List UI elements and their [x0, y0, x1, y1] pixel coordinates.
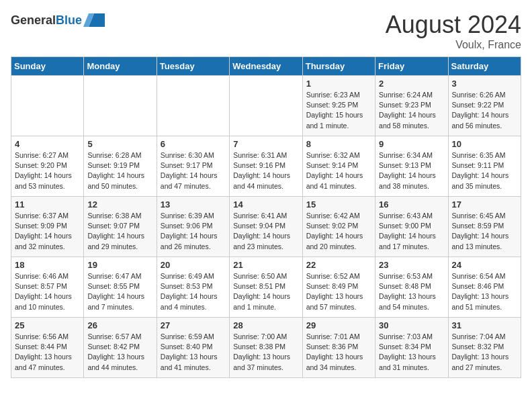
header-thursday: Thursday: [302, 57, 375, 76]
day-info: Sunrise: 6:38 AM Sunset: 9:07 PM Dayligh…: [87, 211, 152, 252]
calendar-cell: 17Sunrise: 6:45 AM Sunset: 8:59 PM Dayli…: [448, 197, 521, 257]
calendar-cell: 21Sunrise: 6:50 AM Sunset: 8:51 PM Dayli…: [230, 257, 302, 318]
calendar-cell: 31Sunrise: 7:04 AM Sunset: 8:32 PM Dayli…: [448, 318, 521, 378]
day-number: 9: [379, 139, 444, 149]
calendar-cell: 2Sunrise: 6:24 AM Sunset: 9:23 PM Daylig…: [375, 76, 448, 136]
day-info: Sunrise: 6:26 AM Sunset: 9:22 PM Dayligh…: [452, 90, 517, 131]
day-number: 18: [15, 260, 80, 270]
calendar-cell: 6Sunrise: 6:30 AM Sunset: 9:17 PM Daylig…: [157, 136, 229, 197]
day-number: 3: [452, 79, 517, 89]
logo-blue: Blue: [56, 13, 82, 27]
day-info: Sunrise: 6:41 AM Sunset: 9:04 PM Dayligh…: [233, 211, 298, 252]
calendar-cell: 30Sunrise: 7:03 AM Sunset: 8:34 PM Dayli…: [375, 318, 448, 378]
calendar-cell: 14Sunrise: 6:41 AM Sunset: 9:04 PM Dayli…: [230, 197, 302, 257]
calendar-week-0: 1Sunrise: 6:23 AM Sunset: 9:25 PM Daylig…: [11, 76, 521, 136]
header-wednesday: Wednesday: [230, 57, 302, 76]
day-info: Sunrise: 6:42 AM Sunset: 9:02 PM Dayligh…: [306, 211, 371, 252]
day-number: 23: [379, 260, 444, 270]
day-info: Sunrise: 6:27 AM Sunset: 9:20 PM Dayligh…: [15, 150, 80, 191]
day-info: Sunrise: 6:54 AM Sunset: 8:46 PM Dayligh…: [452, 271, 517, 312]
calendar-cell: 12Sunrise: 6:38 AM Sunset: 9:07 PM Dayli…: [84, 197, 157, 257]
calendar-cell: 19Sunrise: 6:47 AM Sunset: 8:55 PM Dayli…: [84, 257, 157, 318]
day-info: Sunrise: 6:53 AM Sunset: 8:48 PM Dayligh…: [379, 271, 444, 312]
calendar-week-4: 25Sunrise: 6:56 AM Sunset: 8:44 PM Dayli…: [11, 318, 521, 378]
calendar-cell: 18Sunrise: 6:46 AM Sunset: 8:57 PM Dayli…: [11, 257, 84, 318]
calendar-cell: 5Sunrise: 6:28 AM Sunset: 9:19 PM Daylig…: [84, 136, 157, 197]
location: Voulx, France: [386, 39, 521, 51]
day-info: Sunrise: 6:30 AM Sunset: 9:17 PM Dayligh…: [161, 150, 226, 191]
calendar-cell: [84, 76, 157, 136]
day-number: 19: [87, 260, 152, 270]
day-number: 30: [379, 320, 444, 330]
day-info: Sunrise: 6:34 AM Sunset: 9:13 PM Dayligh…: [379, 150, 444, 191]
calendar-cell: 27Sunrise: 6:59 AM Sunset: 8:40 PM Dayli…: [157, 318, 229, 378]
day-info: Sunrise: 6:28 AM Sunset: 9:19 PM Dayligh…: [87, 150, 152, 191]
calendar-cell: 8Sunrise: 6:32 AM Sunset: 9:14 PM Daylig…: [302, 136, 375, 197]
day-number: 12: [87, 199, 152, 210]
day-number: 21: [233, 260, 298, 270]
day-info: Sunrise: 6:37 AM Sunset: 9:09 PM Dayligh…: [15, 211, 80, 252]
calendar-cell: 9Sunrise: 6:34 AM Sunset: 9:13 PM Daylig…: [375, 136, 448, 197]
calendar-cell: 22Sunrise: 6:52 AM Sunset: 8:49 PM Dayli…: [302, 257, 375, 318]
logo-general: General: [11, 13, 56, 27]
calendar-table: SundayMondayTuesdayWednesdayThursdayFrid…: [11, 56, 521, 378]
day-info: Sunrise: 7:03 AM Sunset: 8:34 PM Dayligh…: [379, 332, 444, 373]
calendar-week-1: 4Sunrise: 6:27 AM Sunset: 9:20 PM Daylig…: [11, 136, 521, 197]
day-number: 14: [233, 199, 298, 210]
logo: GeneralBlue: [11, 11, 105, 30]
day-number: 29: [306, 320, 371, 330]
calendar-cell: 7Sunrise: 6:31 AM Sunset: 9:16 PM Daylig…: [230, 136, 302, 197]
calendar-week-2: 11Sunrise: 6:37 AM Sunset: 9:09 PM Dayli…: [11, 197, 521, 257]
day-number: 24: [452, 260, 517, 270]
day-info: Sunrise: 6:43 AM Sunset: 9:00 PM Dayligh…: [379, 211, 444, 252]
calendar-header-row: SundayMondayTuesdayWednesdayThursdayFrid…: [11, 57, 521, 76]
header-tuesday: Tuesday: [157, 57, 229, 76]
header-friday: Friday: [375, 57, 448, 76]
calendar-week-3: 18Sunrise: 6:46 AM Sunset: 8:57 PM Dayli…: [11, 257, 521, 318]
calendar-cell: 28Sunrise: 7:00 AM Sunset: 8:38 PM Dayli…: [230, 318, 302, 378]
day-number: 26: [87, 320, 152, 330]
day-number: 13: [161, 199, 226, 210]
calendar-cell: 23Sunrise: 6:53 AM Sunset: 8:48 PM Dayli…: [375, 257, 448, 318]
header-saturday: Saturday: [448, 57, 521, 76]
header-sunday: Sunday: [11, 57, 84, 76]
day-number: 7: [233, 139, 298, 149]
page-header: GeneralBlue August 2024 Voulx, France: [11, 11, 521, 51]
calendar-cell: [230, 76, 302, 136]
day-number: 27: [161, 320, 226, 330]
calendar-cell: 26Sunrise: 6:57 AM Sunset: 8:42 PM Dayli…: [84, 318, 157, 378]
day-number: 11: [15, 199, 80, 210]
day-number: 20: [161, 260, 226, 270]
day-number: 25: [15, 320, 80, 330]
month-year: August 2024: [386, 11, 521, 39]
day-number: 5: [87, 139, 152, 149]
calendar-cell: [11, 76, 84, 136]
day-number: 31: [452, 320, 517, 330]
day-info: Sunrise: 6:50 AM Sunset: 8:51 PM Dayligh…: [233, 271, 298, 312]
calendar-cell: 1Sunrise: 6:23 AM Sunset: 9:25 PM Daylig…: [302, 76, 375, 136]
logo-icon: [83, 11, 105, 30]
day-info: Sunrise: 7:00 AM Sunset: 8:38 PM Dayligh…: [233, 332, 298, 373]
day-info: Sunrise: 6:24 AM Sunset: 9:23 PM Dayligh…: [379, 90, 444, 131]
day-number: 2: [379, 79, 444, 89]
calendar-cell: 24Sunrise: 6:54 AM Sunset: 8:46 PM Dayli…: [448, 257, 521, 318]
day-info: Sunrise: 6:47 AM Sunset: 8:55 PM Dayligh…: [87, 271, 152, 312]
calendar-cell: 15Sunrise: 6:42 AM Sunset: 9:02 PM Dayli…: [302, 197, 375, 257]
day-number: 28: [233, 320, 298, 330]
day-info: Sunrise: 6:23 AM Sunset: 9:25 PM Dayligh…: [306, 90, 371, 131]
calendar-cell: 4Sunrise: 6:27 AM Sunset: 9:20 PM Daylig…: [11, 136, 84, 197]
day-info: Sunrise: 6:45 AM Sunset: 8:59 PM Dayligh…: [452, 211, 517, 252]
calendar-cell: 25Sunrise: 6:56 AM Sunset: 8:44 PM Dayli…: [11, 318, 84, 378]
logo-text: GeneralBlue: [11, 13, 82, 28]
day-info: Sunrise: 6:35 AM Sunset: 9:11 PM Dayligh…: [452, 150, 517, 191]
day-info: Sunrise: 6:32 AM Sunset: 9:14 PM Dayligh…: [306, 150, 371, 191]
calendar-cell: 20Sunrise: 6:49 AM Sunset: 8:53 PM Dayli…: [157, 257, 229, 318]
day-info: Sunrise: 6:49 AM Sunset: 8:53 PM Dayligh…: [161, 271, 226, 312]
calendar-cell: 11Sunrise: 6:37 AM Sunset: 9:09 PM Dayli…: [11, 197, 84, 257]
day-number: 8: [306, 139, 371, 149]
header-monday: Monday: [84, 57, 157, 76]
day-info: Sunrise: 6:31 AM Sunset: 9:16 PM Dayligh…: [233, 150, 298, 191]
calendar-cell: 16Sunrise: 6:43 AM Sunset: 9:00 PM Dayli…: [375, 197, 448, 257]
day-info: Sunrise: 6:56 AM Sunset: 8:44 PM Dayligh…: [15, 332, 80, 373]
day-number: 15: [306, 199, 371, 210]
